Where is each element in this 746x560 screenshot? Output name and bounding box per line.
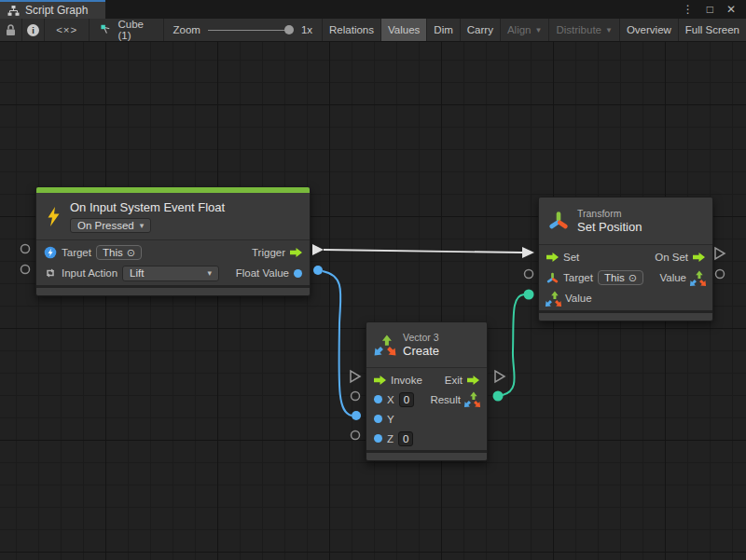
flow-arrow-icon [546,252,559,263]
node-vector3-create[interactable]: Vector 3 Create Invoke Exit [366,321,488,461]
toolbar-button-fullscreen[interactable]: Full Screen [679,19,746,41]
y-label: Y [387,414,394,425]
result-label: Result [430,394,461,405]
chevron-down-icon: ▼ [534,26,542,34]
port-row-transform-target: Target This ⊙ Value [539,267,712,288]
port-y-in[interactable] [352,411,361,420]
port-on-set-out[interactable] [715,248,725,259]
port-row-x: X 0 Result [366,389,487,409]
z-value-field[interactable]: 0 [398,431,413,446]
value-dot-icon [374,395,382,403]
node-title: On Input System Event Float [70,200,225,215]
target-dot-icon: ⊙ [629,272,637,284]
z-label: Z [387,433,394,444]
port-trigger-out[interactable] [312,244,324,255]
exit-label: Exit [445,375,463,386]
lock-button[interactable] [0,19,22,41]
wire-result-to-value[interactable] [503,294,524,395]
port-exit-out[interactable] [495,371,504,382]
info-button[interactable]: i [22,19,45,41]
toolbar-button-overview[interactable]: Overview [620,19,679,41]
graph-canvas[interactable]: On Input System Event Float On Pressed ▾… [0,42,746,560]
port-transform-target-in[interactable] [525,270,533,279]
port-row-invoke: Invoke Exit [366,370,487,389]
toolbar-button-dim[interactable]: Dim [427,19,460,41]
node-title: Set Position [577,220,642,235]
zoom-label: Zoom [173,24,200,35]
invoke-label: Invoke [391,375,422,386]
vector3-icon [376,335,394,354]
code-view-button[interactable]: <×> [45,19,90,41]
node-on-input-system-event-float[interactable]: On Input System Event Float On Pressed ▾… [35,186,311,296]
port-value-in[interactable] [524,290,534,300]
float-value-label: Float Value [236,267,289,279]
port-event-target-in[interactable] [21,245,30,253]
toolbar-button-distribute[interactable]: Distribute▼ [549,19,620,41]
node-footer [539,313,712,321]
graph-breadcrumb[interactable]: Cube (1) [90,19,163,41]
chevron-down-icon: ▼ [605,26,613,34]
zoom-slider-handle[interactable] [284,25,294,34]
zoom-slider[interactable] [208,24,294,35]
port-row-target: Target This ⊙ Trigger [36,242,310,263]
transform-icon [548,211,569,231]
value-dot-icon [374,434,382,443]
window-menu-button[interactable]: ⋮ [678,3,698,16]
node-title: Create [403,344,439,359]
port-set-in[interactable] [522,247,534,258]
target-this-chip[interactable]: This ⊙ [598,270,643,285]
port-row-input-action: Input Action Lift ▾ Float Value [36,263,310,283]
node-category: Transform [577,208,642,220]
port-result-out[interactable] [493,391,504,402]
toolbar-button-carry[interactable]: Carry [461,19,501,41]
target-label: Target [563,272,593,283]
chevron-down-icon: ▾ [208,268,213,278]
tab-script-graph[interactable]: Script Graph [0,0,105,19]
wire-floatvalue-to-y[interactable] [323,271,352,416]
zoom-slider-track [208,30,286,32]
port-input-action-in[interactable] [21,266,30,274]
chevron-down-icon: ▾ [140,221,145,230]
flow-arrow-icon [290,247,302,258]
x-label: X [387,394,394,405]
toolbar-button-align[interactable]: Align▼ [501,19,550,41]
vector3-icon [691,271,705,285]
port-row-transform-value: Value [539,288,712,308]
x-value-field[interactable]: 0 [399,392,414,407]
transform-icon-small [546,272,559,284]
toolbar-buttons: Relations Values Dim Carry Align▼ Distri… [323,19,746,41]
port-x-in[interactable] [352,392,360,401]
trigger-label: Trigger [252,247,285,258]
port-transform-value-out[interactable] [716,270,725,279]
tab-title: Script Graph [25,4,88,17]
value-out-label: Value [659,272,686,283]
input-action-dropdown[interactable]: Lift ▾ [122,266,219,281]
port-z-in[interactable] [352,431,360,440]
on-set-label: On Set [655,252,688,263]
code-icon: <×> [56,24,77,35]
input-action-label: Input Action [62,267,117,279]
script-graph-window: Script Graph ⋮ □ ✕ i <×> Cube (1) [0,0,746,560]
zoom-control: Zoom 1x [164,19,324,41]
wire-trigger-to-set[interactable] [324,250,522,253]
value-dot-icon [374,415,382,423]
window-close-button[interactable]: ✕ [722,3,740,16]
window-maximize-button[interactable]: □ [702,3,718,16]
target-this-chip[interactable]: This ⊙ [96,245,142,260]
gameobject-event-icon [44,246,57,259]
lock-icon [6,24,16,36]
port-float-value-out[interactable] [313,266,323,275]
flow-arrow-icon [374,375,386,386]
port-invoke-in[interactable] [351,371,360,382]
set-label: Set [563,252,579,263]
event-mode-dropdown[interactable]: On Pressed ▾ [70,218,151,233]
toolbar-button-relations[interactable]: Relations [323,19,381,41]
graph-toolbar: i <×> Cube (1) Zoom 1x Relations Values … [0,19,746,42]
port-row-set: Set On Set [539,247,712,267]
port-row-y: Y [366,409,487,429]
node-footer [36,288,310,295]
node-category: Vector 3 [403,332,439,344]
node-transform-set-position[interactable]: Transform Set Position Set On Set [538,197,713,321]
zoom-value: 1x [301,24,312,35]
toolbar-button-values[interactable]: Values [381,19,427,41]
